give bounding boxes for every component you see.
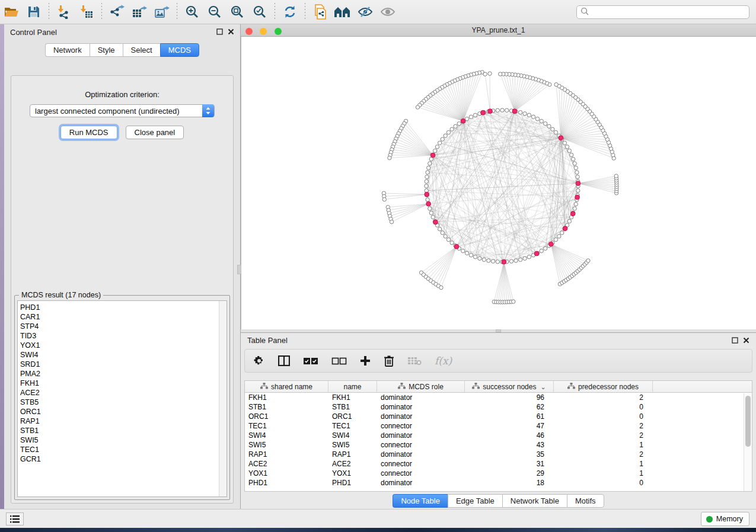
close-panel-icon[interactable] <box>743 335 749 346</box>
mcds-result-item[interactable]: GCR1 <box>20 454 41 464</box>
cell-shared-name[interactable]: PHD1 <box>245 479 328 487</box>
cell-name[interactable]: YOX1 <box>328 469 377 477</box>
cell-shared-name[interactable]: RAP1 <box>245 450 328 459</box>
import-network-icon[interactable] <box>53 2 75 22</box>
cell-successor-nodes[interactable]: 47 <box>465 422 554 430</box>
cell-successor-nodes[interactable]: 29 <box>465 469 554 477</box>
table-scrollbar-thumb[interactable] <box>745 396 751 447</box>
clone-network-icon[interactable] <box>309 2 331 22</box>
run-mcds-button[interactable]: Run MCDS <box>60 126 117 139</box>
cell-name[interactable]: FKH1 <box>328 393 377 402</box>
table-row[interactable]: ORC1ORC1dominator610 <box>245 412 752 421</box>
refresh-layout-icon[interactable] <box>279 2 301 22</box>
column-header-successor-nodes[interactable]: successor nodes⌄ <box>465 381 554 393</box>
cell-successor-nodes[interactable]: 62 <box>465 403 554 411</box>
network-titlebar[interactable]: YPA_prune.txt_1 <box>241 24 756 37</box>
cell-successor-nodes[interactable]: 43 <box>465 441 554 449</box>
cell-predecessor-nodes[interactable]: 0 <box>554 412 653 421</box>
cell-MCDS-role[interactable]: connector <box>377 460 465 468</box>
table-scrollbar[interactable] <box>744 393 752 491</box>
cell-predecessor-nodes[interactable]: 1 <box>554 469 653 477</box>
cell-name[interactable]: ACE2 <box>328 460 377 468</box>
network-canvas[interactable] <box>241 37 756 332</box>
cell-shared-name[interactable]: SWI4 <box>245 431 328 440</box>
cell-shared-name[interactable]: FKH1 <box>245 393 328 402</box>
cell-successor-nodes[interactable]: 61 <box>465 412 554 421</box>
select-all-icon[interactable] <box>303 357 318 365</box>
table-row[interactable]: STB1STB1dominator620 <box>245 402 752 412</box>
first-neighbors-icon[interactable] <box>331 2 354 22</box>
table-row[interactable]: TEC1TEC1connector472 <box>245 421 752 431</box>
window-zoom-icon[interactable] <box>275 28 282 35</box>
cell-shared-name[interactable]: STB1 <box>245 403 328 411</box>
mcds-result-item[interactable]: RAP1 <box>20 416 41 426</box>
cell-MCDS-role[interactable]: dominator <box>377 412 465 421</box>
cell-predecessor-nodes[interactable]: 0 <box>554 479 653 487</box>
zoom-in-icon[interactable] <box>181 2 203 22</box>
cell-successor-nodes[interactable]: 96 <box>465 393 554 402</box>
cell-name[interactable]: TEC1 <box>328 422 377 430</box>
search-input[interactable] <box>591 8 749 17</box>
delete-table-icon[interactable] <box>407 356 422 366</box>
table-body[interactable]: FKH1FKH1dominator962STB1STB1dominator620… <box>245 393 752 488</box>
mcds-result-item[interactable]: STB1 <box>20 426 41 435</box>
open-file-icon[interactable] <box>0 2 23 22</box>
mcds-result-item[interactable]: ORC1 <box>20 407 41 416</box>
task-history-button[interactable] <box>6 512 24 525</box>
tab-network[interactable]: Network <box>45 43 90 57</box>
export-network-icon[interactable] <box>106 2 128 22</box>
zoom-selected-icon[interactable] <box>248 2 271 22</box>
cell-predecessor-nodes[interactable]: 1 <box>554 460 653 468</box>
column-header-MCDS-role[interactable]: MCDS role <box>377 381 465 393</box>
table-row[interactable]: SWI5SWI5connector431 <box>245 440 752 450</box>
cell-shared-name[interactable]: SWI5 <box>245 441 328 449</box>
zoom-fit-icon[interactable] <box>226 2 248 22</box>
mcds-result-item[interactable]: PHD1 <box>20 303 41 312</box>
mcds-result-item[interactable]: YOX1 <box>20 341 41 350</box>
tab-node-table[interactable]: Node Table <box>393 494 448 508</box>
cell-predecessor-nodes[interactable]: 1 <box>554 441 653 449</box>
cell-shared-name[interactable]: TEC1 <box>245 422 328 430</box>
export-image-icon[interactable] <box>151 2 173 22</box>
mcds-result-item[interactable]: CAR1 <box>20 312 41 322</box>
save-session-icon[interactable] <box>23 2 45 22</box>
add-column-icon[interactable] <box>360 355 371 366</box>
cell-name[interactable]: RAP1 <box>328 450 377 459</box>
cell-successor-nodes[interactable]: 18 <box>465 479 554 487</box>
search-field[interactable] <box>576 5 749 19</box>
cell-shared-name[interactable]: YOX1 <box>245 469 328 477</box>
cell-MCDS-role[interactable]: connector <box>377 441 465 449</box>
cell-MCDS-role[interactable]: dominator <box>377 450 465 459</box>
cell-shared-name[interactable]: ACE2 <box>245 460 328 468</box>
column-header-name[interactable]: name <box>328 381 377 393</box>
cell-MCDS-role[interactable]: dominator <box>377 479 465 487</box>
table-row[interactable]: RAP1RAP1dominator352 <box>245 450 752 459</box>
criterion-select[interactable]: largest connected component (undirected) <box>30 104 215 117</box>
mcds-result-item[interactable]: SRD1 <box>20 360 41 369</box>
column-header-predecessor-nodes[interactable]: predecessor nodes <box>554 381 653 393</box>
mcds-list-scrollbar[interactable] <box>219 301 227 496</box>
zoom-out-icon[interactable] <box>203 2 226 22</box>
window-minimize-icon[interactable] <box>260 28 267 35</box>
tab-motifs[interactable]: Motifs <box>567 494 604 508</box>
close-panel-icon[interactable] <box>228 27 234 37</box>
cell-predecessor-nodes[interactable]: 2 <box>554 450 653 459</box>
function-builder-icon[interactable]: f(x) <box>435 355 452 367</box>
float-panel-icon[interactable] <box>732 335 738 346</box>
vertical-splitter-handle[interactable] <box>237 265 241 274</box>
table-row[interactable]: SWI4SWI4dominator462 <box>245 431 752 440</box>
cell-predecessor-nodes[interactable]: 0 <box>554 403 653 411</box>
cell-predecessor-nodes[interactable]: 2 <box>554 393 653 402</box>
table-row[interactable]: PHD1PHD1dominator180 <box>245 478 752 488</box>
table-row[interactable]: FKH1FKH1dominator962 <box>245 393 752 402</box>
table-row[interactable]: ACE2ACE2connector311 <box>245 459 752 469</box>
import-table-icon[interactable] <box>75 2 98 22</box>
export-table-icon[interactable] <box>128 2 151 22</box>
mcds-result-item[interactable]: FKH1 <box>20 379 41 388</box>
cell-MCDS-role[interactable]: dominator <box>377 393 465 402</box>
mcds-result-item[interactable]: ACE2 <box>20 388 41 398</box>
cell-MCDS-role[interactable]: dominator <box>377 403 465 411</box>
split-panel-icon[interactable] <box>278 355 290 366</box>
mcds-result-item[interactable]: PMA2 <box>20 369 41 379</box>
deselect-all-icon[interactable] <box>331 357 347 365</box>
